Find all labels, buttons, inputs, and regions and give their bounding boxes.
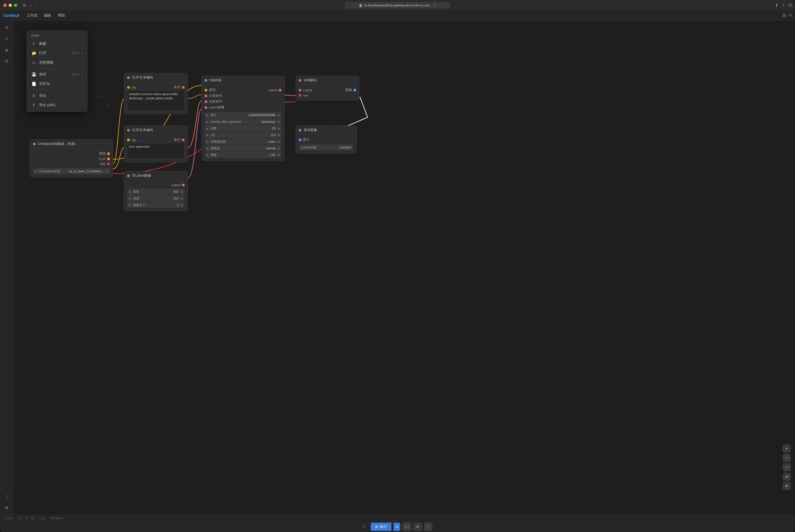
- ksampler-cfg-stepper[interactable]: ◄ cfg 8.0 ►: [204, 132, 282, 138]
- back-icon[interactable]: ‹: [29, 2, 33, 8]
- port-vae-out[interactable]: [107, 163, 110, 165]
- sidebar-item-moon[interactable]: ☽: [2, 492, 12, 501]
- sidebar-item-folder[interactable]: ⊘: [2, 56, 12, 66]
- stepper-right[interactable]: ►: [105, 168, 110, 174]
- latent-out-port[interactable]: [182, 184, 185, 186]
- fit-view-button[interactable]: ⤢: [783, 463, 791, 471]
- ksampler-control-stepper[interactable]: ◄ control_after_generate randomize ►: [204, 119, 282, 125]
- canvas-area[interactable]: Checkpoint加载器（简易） 模型 CLIP: [13, 20, 795, 515]
- ksampler-latent-in-port[interactable]: [204, 106, 207, 109]
- latent-output-row: Latent: [127, 183, 185, 188]
- menu-edit[interactable]: 编辑: [41, 12, 54, 19]
- sidebar-toggle-icon[interactable]: ⊞: [22, 2, 27, 8]
- menu-export[interactable]: ⬇ 导出 ←: [27, 91, 87, 100]
- checkpoint-stepper[interactable]: ◄ Checkpoint名称 sd_xl_base_1.0.safeten...…: [33, 168, 110, 174]
- clip1-textarea[interactable]: beautiful scenery nature glass bottle la…: [127, 90, 185, 111]
- port-model-out[interactable]: [107, 152, 110, 155]
- save-filename-stepper[interactable]: 文件名前缀 ComfyUI: [299, 144, 354, 150]
- ksampler-seed-stepper[interactable]: ◄ 种子 1566802087002086 ►: [204, 112, 282, 118]
- menu-open[interactable]: 📁 打开 Ctrl + o: [27, 49, 87, 58]
- ksampler-pos-port[interactable]: [204, 95, 207, 97]
- sampler-stepper-right[interactable]: ►: [276, 138, 282, 145]
- zoom-in-button[interactable]: +: [783, 444, 791, 452]
- cfg-stepper-left[interactable]: ◄: [204, 132, 210, 138]
- vae-latent-port[interactable]: [299, 89, 302, 92]
- ksampler-latent-out-port[interactable]: [279, 89, 282, 92]
- stepper-left[interactable]: ◄: [33, 168, 38, 174]
- layout-icon[interactable]: ⊞: [782, 13, 786, 18]
- sampler-stepper-left[interactable]: ◄: [204, 138, 210, 145]
- close-button[interactable]: [3, 4, 7, 7]
- seed-stepper-left[interactable]: ◄: [204, 112, 210, 118]
- share-icon[interactable]: ⬆: [775, 3, 778, 8]
- menu-export-api[interactable]: ⬇ 导出 (API) ←: [27, 100, 87, 110]
- new-icon: ✦: [31, 41, 36, 46]
- vae-image-out-port[interactable]: [354, 89, 356, 92]
- add-tab-icon[interactable]: +: [782, 3, 785, 8]
- execute-button[interactable]: ⊞ 执行: [371, 522, 392, 531]
- denoise-label: 降噪: [210, 153, 270, 157]
- ksampler-sampler-stepper[interactable]: ◄ 采样器名称 euler ►: [204, 138, 282, 145]
- height-stepper-right[interactable]: ►: [180, 195, 185, 201]
- navigate-button[interactable]: ⬈: [783, 473, 791, 480]
- sidebar-item-history[interactable]: ↺: [2, 23, 12, 33]
- port-clip-out[interactable]: [107, 158, 110, 160]
- forward-icon[interactable]: ›: [35, 2, 39, 8]
- zoom-out-button[interactable]: −: [783, 454, 791, 462]
- clip1-clip-port[interactable]: [127, 86, 130, 89]
- node-clip1-body: clip 条件 beautiful scenery nature glass b…: [124, 82, 187, 114]
- clip2-textarea[interactable]: text, watermark: [127, 143, 185, 159]
- steps-stepper-right[interactable]: ►: [276, 125, 282, 131]
- steps-stepper-left[interactable]: ◄: [204, 125, 210, 131]
- minimize-button[interactable]: [8, 4, 12, 7]
- menu-workflow[interactable]: 工作流: [24, 12, 40, 19]
- latent-width-stepper[interactable]: ◄ 宽度 512 ►: [127, 189, 185, 195]
- scheduler-stepper-left[interactable]: ◄: [204, 145, 210, 151]
- port-clip2-cond-out[interactable]: [182, 138, 185, 141]
- batch-stepper-right[interactable]: ►: [180, 202, 185, 208]
- control-stepper-right[interactable]: ►: [276, 119, 282, 125]
- ksampler-steps-stepper[interactable]: ◄ 步数 20 ►: [204, 125, 282, 131]
- vae-vae-port[interactable]: [299, 94, 302, 97]
- reload-icon[interactable]: ↻: [434, 4, 436, 7]
- menu-help[interactable]: 帮助: [55, 12, 68, 19]
- width-stepper-left[interactable]: ◄: [127, 189, 132, 195]
- batch-stepper-left[interactable]: ◄: [127, 202, 132, 208]
- control-stepper-left[interactable]: ◄: [204, 119, 210, 125]
- ksampler-scheduler-stepper[interactable]: ◄ 调度器 normal ►: [204, 145, 282, 151]
- count-down-button[interactable]: ▼: [407, 527, 410, 529]
- stop-button[interactable]: □: [424, 522, 432, 531]
- port-clip1-cond-out[interactable]: [182, 86, 185, 89]
- tabs-icon[interactable]: ⧉: [789, 3, 792, 8]
- execute-dropdown-button[interactable]: ▾: [394, 522, 400, 531]
- width-stepper-right[interactable]: ►: [180, 189, 185, 195]
- latent-height-stepper[interactable]: ◄ 高度 512 ►: [127, 195, 185, 201]
- denoise-stepper-right[interactable]: ►: [276, 152, 282, 158]
- menu-icon[interactable]: ≡: [789, 13, 792, 18]
- denoise-stepper-left[interactable]: ◄: [204, 152, 210, 158]
- latent-batch-stepper[interactable]: ◄ 批量大小 1 ►: [127, 202, 185, 208]
- ksampler-denoise-stepper[interactable]: ◄ 降噪 1.00 ►: [204, 152, 282, 158]
- sidebar-item-list[interactable]: ≡: [2, 34, 12, 44]
- maximize-button[interactable]: [14, 4, 17, 7]
- seed-stepper-right[interactable]: ►: [276, 112, 282, 118]
- sidebar-item-settings[interactable]: ⚙: [2, 503, 12, 513]
- menu-save[interactable]: 💾 保存 Ctrl + s: [27, 70, 87, 79]
- eye-button[interactable]: 👁: [783, 482, 791, 490]
- clip2-clip-port[interactable]: [127, 138, 130, 141]
- save-image-port[interactable]: [299, 138, 302, 141]
- menu-save-as[interactable]: 📄 另存为: [27, 79, 87, 89]
- menu-new[interactable]: ✦ 新建: [27, 39, 87, 49]
- count-control: 1 ▲ ▼: [402, 522, 411, 531]
- cfg-stepper-right[interactable]: ►: [276, 132, 282, 138]
- ksampler-model-port[interactable]: [204, 89, 207, 92]
- cancel-button[interactable]: ✕: [414, 522, 422, 531]
- count-up-button[interactable]: ▲: [407, 525, 410, 527]
- sidebar-item-cube[interactable]: ◈: [2, 45, 12, 55]
- url-bar[interactable]: 🔒 is-daso3wzxqxztthup.gateway.cloud.infi…: [345, 2, 450, 8]
- scheduler-stepper-right[interactable]: ►: [276, 145, 282, 151]
- ksampler-neg-port[interactable]: [204, 100, 207, 103]
- chevron-down-icon: ▾: [396, 525, 398, 529]
- height-stepper-left[interactable]: ◄: [127, 195, 132, 201]
- menu-browse[interactable]: 🗂 浏览模板: [27, 58, 87, 67]
